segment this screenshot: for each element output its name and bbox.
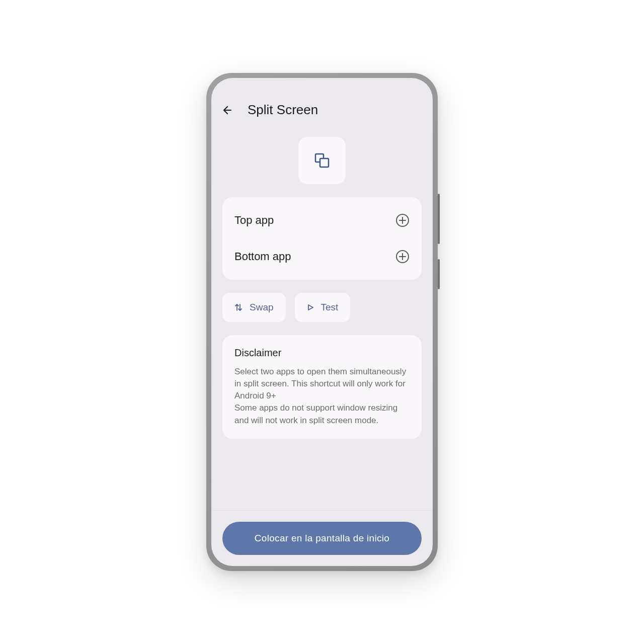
back-button[interactable] [221, 104, 233, 116]
top-app-label: Top app [234, 214, 274, 227]
swap-button-label: Swap [250, 302, 274, 313]
split-screen-icon [313, 151, 331, 170]
plus-circle-icon [395, 250, 410, 264]
swap-icon [234, 303, 243, 311]
phone-frame: Split Screen Top app [206, 73, 438, 571]
app-selection-card: Top app Bottom app [222, 197, 422, 280]
content: Top app Bottom app [211, 128, 433, 510]
add-top-app-button[interactable] [395, 213, 410, 227]
disclaimer-body-2: Some apps do not support window resizing… [234, 403, 397, 425]
action-buttons-row: Swap Test [222, 293, 422, 322]
test-button-label: Test [321, 302, 339, 313]
disclaimer-text: Select two apps to open them simultaneou… [234, 366, 410, 427]
disclaimer-title: Disclaimer [234, 347, 410, 359]
svg-rect-1 [320, 158, 329, 167]
disclaimer-body-1: Select two apps to open them simultaneou… [234, 367, 406, 400]
screen: Split Screen Top app [211, 78, 433, 566]
phone-side-buttons [438, 194, 440, 304]
plus-circle-icon [395, 213, 410, 227]
bottom-app-label: Bottom app [234, 250, 291, 263]
swap-button[interactable]: Swap [222, 293, 286, 322]
feature-icon-card [298, 137, 346, 184]
footer: Colocar en la pantalla de inicio [211, 510, 433, 566]
top-app-row[interactable]: Top app [222, 202, 422, 238]
arrow-left-icon [221, 104, 233, 116]
test-button[interactable]: Test [295, 293, 351, 322]
bottom-app-row[interactable]: Bottom app [222, 238, 422, 275]
disclaimer-card: Disclaimer Select two apps to open them … [222, 335, 422, 439]
play-icon [307, 304, 314, 311]
add-bottom-app-button[interactable] [395, 250, 410, 264]
page-title: Split Screen [248, 102, 318, 118]
status-bar [211, 78, 433, 94]
place-on-home-button[interactable]: Colocar en la pantalla de inicio [222, 522, 422, 555]
header: Split Screen [211, 94, 433, 128]
